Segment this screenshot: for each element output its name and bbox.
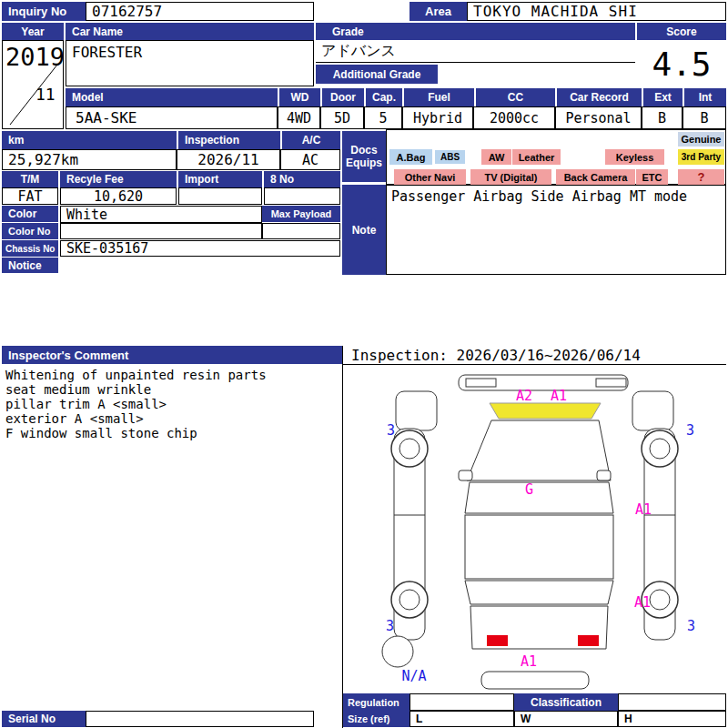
int-value: B	[682, 106, 726, 129]
mark-corner-rear-right: 3	[687, 618, 695, 634]
grade-value: アドバンス	[316, 40, 635, 63]
mirror-left	[459, 470, 472, 480]
aw-badge: AW	[481, 149, 511, 165]
chassis-no-label: Chassis No	[2, 240, 58, 257]
size-w-cell: W	[514, 711, 618, 727]
comment-line: Whitening of unpainted resin parts	[5, 368, 339, 382]
leather-badge: Leather	[512, 149, 561, 165]
score-value: 4.5	[637, 40, 726, 87]
car-name-value: FORESTER	[66, 40, 314, 86]
color-label: Color	[2, 206, 58, 222]
month-value: 11	[35, 85, 56, 104]
int-label: Int	[684, 88, 726, 106]
inspection-value: 2026/11	[177, 149, 280, 170]
genuine-badge: Genuine	[678, 132, 724, 147]
windshield-highlight	[490, 403, 601, 419]
fuel-value: Hybrid	[402, 106, 473, 129]
inspector-comment-label: Inspector's Comment	[2, 346, 342, 364]
door-value: 5D	[320, 106, 364, 129]
mirror-right	[597, 470, 611, 480]
etc-badge: ETC	[636, 169, 668, 185]
tm-value: FAT	[2, 187, 58, 205]
size-ref-label: Size (ref)	[343, 711, 410, 727]
year-label: Year	[2, 23, 64, 40]
note-label: Note	[342, 185, 386, 275]
inquiry-no-value: 07162757	[86, 2, 314, 21]
eight-no-value	[264, 187, 340, 205]
inquiry-no-label: Inquiry No	[2, 2, 86, 21]
grade-label: Grade	[316, 23, 635, 40]
mark-corner-rear-left: 3	[386, 618, 394, 634]
fuel-label: Fuel	[404, 88, 474, 106]
area-label: Area	[410, 2, 467, 21]
car-record-value: Personal	[555, 106, 642, 129]
model-value: 5AA-SKE	[66, 106, 278, 129]
hood-shape	[467, 420, 611, 480]
equips-label: Equips	[346, 157, 382, 169]
airbag-badge: A.Bag	[389, 149, 432, 165]
tm-label: T/M	[2, 171, 58, 187]
car-damage-diagram: A2 A1 3 3 G A1 A1 3 3 A1 N/A	[343, 365, 726, 693]
wd-value: 4WD	[278, 106, 320, 129]
mark-right-side-2: A1	[634, 594, 651, 611]
recycle-fee-label: Recyle Fee	[60, 171, 177, 187]
comment-line: F window small stone chip	[5, 426, 339, 440]
other-navi-badge: Other Navi	[394, 169, 466, 185]
mark-glass: G	[525, 481, 533, 498]
mark-corner-front-right: 3	[686, 422, 694, 439]
eight-no-label: 8 No	[264, 171, 340, 187]
wheel-rear-left	[391, 581, 428, 618]
year-value: 2019	[5, 43, 65, 71]
cc-label: CC	[476, 88, 555, 106]
car-name-label: Car Name	[66, 23, 314, 40]
chassis-no-value: SKE-035167	[60, 240, 340, 257]
mark-rear: A1	[521, 653, 537, 670]
color-no-label: Color No	[2, 223, 58, 239]
km-value: 25,927km	[2, 149, 177, 170]
serial-no-label: Serial No	[2, 711, 86, 727]
score-label: Score	[637, 23, 726, 40]
mark-corner-front-left: 3	[387, 422, 395, 439]
wd-label: WD	[279, 88, 320, 106]
ac-label: A/C	[282, 131, 340, 149]
third-party-badge: 3rd Party	[678, 149, 724, 165]
ext-label: Ext	[643, 88, 682, 106]
rear-window-shape	[465, 581, 613, 604]
rear-bumper-shape	[481, 672, 589, 689]
import-value	[178, 187, 262, 205]
keyless-badge: Keyless	[605, 149, 664, 165]
comment-line: exterior A <small>	[5, 411, 339, 426]
color-value: White	[60, 206, 262, 223]
note-text: Passenger Airbag Side Airbag MT mode	[391, 188, 723, 205]
tv-digital-badge: TV (Digital)	[470, 169, 551, 185]
km-label: km	[2, 131, 177, 149]
door-label: Door	[322, 88, 364, 106]
additional-grade-label: Additional Grade	[316, 65, 438, 84]
size-h-cell: H	[618, 711, 726, 727]
area-value: TOKYO MACHIDA SHI	[467, 2, 726, 21]
inspection-period: Inspection: 2026/03/16~2026/06/14	[351, 347, 726, 364]
regulation-value	[410, 693, 514, 711]
regulation-label: Regulation	[343, 693, 410, 711]
cap-label: Cap.	[366, 88, 402, 106]
max-payload-label: Max Payload	[262, 206, 340, 222]
import-label: Import	[178, 171, 262, 187]
size-l-cell: L	[410, 711, 514, 727]
model-label: Model	[66, 88, 278, 106]
front-fender-left	[396, 391, 437, 430]
inspection-label: Inspection	[178, 131, 280, 149]
docs-equips-label: Docs Equips	[342, 131, 386, 182]
taillight-left	[487, 635, 508, 646]
cc-value: 2000cc	[473, 106, 555, 129]
cap-value: 5	[364, 106, 402, 129]
taillight-right	[578, 635, 599, 646]
recycle-fee-value: 10,620	[60, 187, 177, 205]
ext-value: B	[642, 106, 682, 129]
wheel-front-right	[642, 430, 678, 467]
notice-label: Notice	[2, 258, 58, 273]
classification-value	[618, 693, 726, 711]
windshield-shape	[465, 482, 613, 513]
mark-spare: N/A	[401, 668, 426, 684]
spare-tire-shape	[382, 636, 413, 667]
front-fender-right	[632, 391, 673, 430]
